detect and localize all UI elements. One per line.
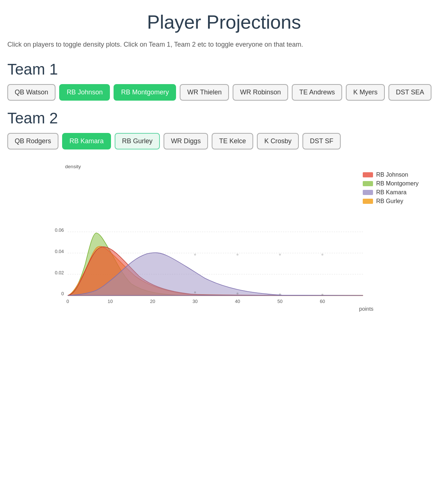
svg-point-23 <box>322 254 323 256</box>
legend-color-swatch <box>363 181 373 186</box>
svg-text:0: 0 <box>67 299 69 304</box>
svg-point-20 <box>194 254 196 256</box>
svg-text:0.04: 0.04 <box>55 249 64 254</box>
player-btn-rb-kamara[interactable]: RB Kamara <box>62 133 111 149</box>
legend-label: RB Gurley <box>376 198 403 205</box>
page-title: Player Projections <box>7 11 441 33</box>
legend-label: RB Montgomery <box>376 180 419 187</box>
chart-legend: RB JohnsonRB MontgomeryRB KamaraRB Gurle… <box>363 172 419 207</box>
x-axis-label: points <box>359 306 373 312</box>
svg-point-16 <box>194 291 196 293</box>
svg-point-22 <box>279 254 281 256</box>
player-btn-k-crosby[interactable]: K Crosby <box>257 133 299 149</box>
svg-text:30: 30 <box>193 299 198 304</box>
legend-color-swatch <box>363 190 373 195</box>
team1-section: Team 1 QB WatsonRB JohnsonRB MontgomeryW… <box>7 61 441 101</box>
player-btn-dst-sea[interactable]: DST SEA <box>388 84 431 101</box>
team1-title[interactable]: Team 1 <box>7 61 441 78</box>
player-btn-rb-johnson[interactable]: RB Johnson <box>59 84 110 101</box>
player-btn-wr-robinson[interactable]: WR Robinson <box>233 84 288 101</box>
y-axis-label: density <box>65 164 81 169</box>
player-btn-wr-diggs[interactable]: WR Diggs <box>164 133 208 149</box>
svg-text:10: 10 <box>108 299 113 304</box>
team2-player-buttons: QB RodgersRB KamaraRB GurleyWR DiggsTE K… <box>7 133 441 149</box>
svg-text:40: 40 <box>235 299 240 304</box>
team1-player-buttons: QB WatsonRB JohnsonRB MontgomeryWR Thiel… <box>7 84 441 101</box>
legend-label: RB Kamara <box>376 189 406 196</box>
svg-text:20: 20 <box>150 299 155 304</box>
legend-item-rbmontgomery: RB Montgomery <box>363 180 419 187</box>
player-btn-k-myers[interactable]: K Myers <box>346 84 385 101</box>
density-chart-container: density 0 0.02 0.04 0.06 0 10 20 30 40 5… <box>7 160 441 316</box>
team2-section: Team 2 QB RodgersRB KamaraRB GurleyWR Di… <box>7 109 441 149</box>
player-btn-dst-sf[interactable]: DST SF <box>302 133 341 149</box>
instructions-text: Click on players to toggle density plots… <box>7 40 441 50</box>
svg-text:50: 50 <box>277 299 283 304</box>
legend-color-swatch <box>363 172 373 177</box>
legend-label: RB Johnson <box>376 172 408 178</box>
svg-text:0.06: 0.06 <box>55 228 64 233</box>
player-btn-rb-gurley[interactable]: RB Gurley <box>115 133 160 149</box>
svg-point-19 <box>322 294 323 296</box>
svg-point-18 <box>279 293 281 295</box>
player-btn-rb-montgomery[interactable]: RB Montgomery <box>114 84 176 101</box>
player-btn-te-andrews[interactable]: TE Andrews <box>292 84 342 101</box>
player-btn-qb-watson[interactable]: QB Watson <box>7 84 55 101</box>
legend-item-rbgurley: RB Gurley <box>363 198 419 205</box>
svg-text:0: 0 <box>61 292 64 297</box>
team2-title[interactable]: Team 2 <box>7 109 441 127</box>
legend-item-rbkamara: RB Kamara <box>363 189 419 196</box>
svg-text:0.02: 0.02 <box>55 270 64 275</box>
player-btn-qb-rodgers[interactable]: QB Rodgers <box>7 133 58 149</box>
player-btn-wr-thielen[interactable]: WR Thielen <box>180 84 229 101</box>
legend-color-swatch <box>363 199 373 204</box>
svg-text:60: 60 <box>320 299 325 304</box>
svg-point-17 <box>237 293 239 295</box>
player-btn-te-kelce[interactable]: TE Kelce <box>212 133 253 149</box>
legend-item-rbjohnson: RB Johnson <box>363 172 419 178</box>
svg-point-21 <box>237 254 239 256</box>
